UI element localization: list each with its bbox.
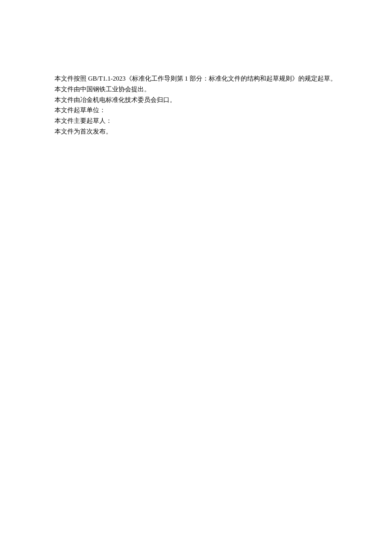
paragraph-6: 本文件为首次发布。 bbox=[55, 126, 354, 137]
paragraph-1: 本文件按照 GB/T1.1-2023《标准化工作导则第 1 部分：标准化文件的结… bbox=[55, 73, 354, 84]
paragraph-2: 本文件由中国钢铁工业协会提出。 bbox=[55, 84, 354, 95]
paragraph-3: 本文件由冶金机电标准化技术委员会归口。 bbox=[55, 95, 354, 105]
paragraph-5: 本文件主要起草人： bbox=[55, 116, 354, 126]
document-body: 本文件按照 GB/T1.1-2023《标准化工作导则第 1 部分：标准化文件的结… bbox=[0, 0, 392, 137]
paragraph-4: 本文件起草单位： bbox=[55, 105, 354, 116]
